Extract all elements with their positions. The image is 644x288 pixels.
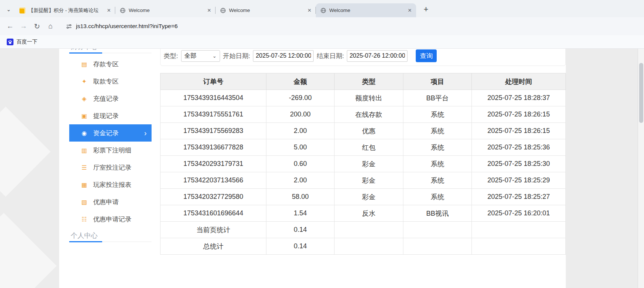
sidebar-item[interactable]: ▥彩票下注明细 (69, 142, 152, 159)
table-cell: 彩金 (335, 156, 403, 172)
baidu-icon (7, 39, 13, 45)
table-header-cell: 订单号 (161, 73, 266, 90)
table-cell: 系统 (403, 106, 472, 123)
end-date-label: 结束日期: (317, 52, 344, 60)
address-bar[interactable]: js13.cc/hhcp/usercenter.html?iniType=6 (61, 19, 640, 33)
deposit-icon: ▤ (80, 61, 88, 68)
sidebar-item-label: 玩家投注报表 (93, 181, 131, 189)
table-cell: 额度转出 (335, 90, 403, 106)
sidebar-section-personal: 个人中心 (69, 229, 152, 242)
table-cell: 200.00 (266, 106, 335, 123)
browser-tab[interactable]: Welcome× (216, 3, 316, 17)
sidebar-item[interactable]: ◉资金记录› (69, 124, 152, 142)
tab-title: 【新提醒】积分 - 海燕策略论坛 (28, 7, 103, 14)
table-body: 1753439316443504-269.00额度转出BB平台2025-07-2… (161, 90, 566, 255)
sidebar-menu: ▤存款专区✦取款专区◈充值记录▣提现记录◉资金记录›▥彩票下注明细☰厅室投注记录… (69, 55, 152, 228)
sidebar-item[interactable]: ▧优惠申请 (69, 193, 152, 210)
end-date-input[interactable] (347, 50, 408, 62)
sidebar-item-label: 存款专区 (93, 60, 119, 69)
search-button[interactable]: 查询 (416, 49, 437, 62)
withdraw-icon: ✦ (80, 78, 88, 85)
type-select[interactable]: 全部 ⌄ (181, 50, 220, 62)
close-icon[interactable]: × (206, 7, 213, 13)
sidebar-item[interactable]: ▣提现记录 (69, 107, 152, 124)
site-info-icon[interactable] (66, 23, 72, 30)
table-cell: 1753422037134566 (161, 172, 266, 189)
refresh-icon[interactable]: ↻ (31, 20, 43, 33)
sidebar-item[interactable]: ☷优惠申请记录 (69, 210, 152, 228)
home-icon[interactable]: ⌂ (44, 20, 57, 33)
table-cell: 2025-07-25 18:26:15 (472, 106, 566, 123)
sidebar-item[interactable]: ☰厅室投注记录 (69, 159, 152, 176)
sidebar-item[interactable]: ✦取款专区 (69, 73, 152, 90)
table-cell: 5.00 (266, 139, 335, 156)
page-content: 财务中心 ▤存款专区✦取款专区◈充值记录▣提现记录◉资金记录›▥彩票下注明细☰厅… (0, 49, 644, 288)
table-cell: 1753439316443504 (161, 90, 266, 106)
tab-title: Welcome (129, 7, 203, 13)
table-cell: 反水 (335, 205, 403, 222)
player-report-icon: ▦ (80, 181, 88, 188)
close-icon[interactable]: × (306, 7, 313, 13)
promo-record-icon: ☷ (80, 216, 88, 223)
table-cell (403, 238, 472, 255)
sidebar: 财务中心 ▤存款专区✦取款专区◈充值记录▣提现记录◉资金记录›▥彩票下注明细☰厅… (69, 49, 152, 242)
table-row: 当前页统计0.14 (161, 222, 566, 238)
table-cell: -269.00 (266, 90, 335, 106)
table-cell: 58.00 (266, 189, 335, 205)
table-header-cell: 处理时间 (472, 73, 566, 90)
browser-tab[interactable]: 【新提醒】积分 - 海燕策略论坛× (15, 3, 115, 17)
table-cell: 2025-07-25 18:26:15 (472, 123, 566, 139)
tab-search-chevron-icon[interactable]: ⌄ (4, 4, 13, 14)
browser-tab[interactable]: Welcome× (115, 3, 216, 17)
new-tab-button[interactable]: + (421, 4, 431, 14)
sidebar-section-finance: 财务中心 (69, 49, 152, 53)
table-header-row: 订单号金额类型项目处理时间 (161, 73, 566, 90)
scrollbar[interactable] (638, 49, 644, 288)
hall-bets-icon: ☰ (80, 164, 88, 171)
table-cell: 系统 (403, 172, 472, 189)
sidebar-item[interactable]: ▤存款专区 (69, 55, 152, 73)
table-cell: 优惠 (335, 123, 403, 139)
tab-title: Welcome (229, 7, 303, 13)
close-icon[interactable]: × (106, 7, 112, 13)
table-cell: 1753439175551761 (161, 106, 266, 123)
sidebar-item[interactable]: ◈充值记录 (69, 90, 152, 107)
table-cell: 2.00 (266, 172, 335, 189)
table-cell: 0.14 (266, 222, 335, 238)
table-cell: 彩金 (335, 189, 403, 205)
page-right-background (566, 49, 638, 288)
table-header-cell: 金额 (266, 73, 335, 90)
table-cell (403, 222, 472, 238)
scrollbar-thumb[interactable] (639, 63, 643, 123)
table-cell: 1753439136677828 (161, 139, 266, 156)
funds-record-table: 订单号金额类型项目处理时间 1753439316443504-269.00额度转… (160, 73, 566, 255)
url-text[interactable]: js13.cc/hhcp/usercenter.html?iniType=6 (76, 23, 178, 30)
back-icon[interactable]: ← (4, 20, 16, 33)
forward-icon[interactable]: → (17, 20, 30, 33)
tab-strip: ⌄ 【新提醒】积分 - 海燕策略论坛×Welcome×Welcome×Welco… (0, 0, 644, 17)
table-cell: 2025-07-25 18:25:36 (472, 139, 566, 156)
table-cell: 2.00 (266, 123, 335, 139)
table-row: 1753439316443504-269.00额度转出BB平台2025-07-2… (161, 90, 566, 106)
type-select-value: 全部 (184, 52, 196, 60)
sidebar-item[interactable]: ▦玩家投注报表 (69, 176, 152, 193)
globe-icon (320, 7, 326, 13)
chevron-down-icon: ⌄ (213, 53, 217, 59)
table-cell: 1753420327729580 (161, 189, 266, 205)
page-icon (19, 7, 25, 13)
table-cell: 系统 (403, 156, 472, 172)
browser-toolbar: ← → ↻ ⌂ js13.cc/hhcp/usercenter.html?ini… (0, 17, 644, 35)
chevron-right-icon: › (144, 129, 147, 137)
bookmark-baidu[interactable]: 百度一下 (4, 37, 40, 47)
table-row: 17534316016966441.54反水BB视讯2025-07-25 16:… (161, 205, 566, 222)
browser-tab[interactable]: Welcome× (316, 3, 416, 17)
table-cell: 2025-07-25 18:25:29 (472, 172, 566, 189)
table-cell: 1753431601696644 (161, 205, 266, 222)
start-date-input[interactable] (253, 50, 314, 62)
table-cell (335, 222, 403, 238)
table-cell: 系统 (403, 139, 472, 156)
table-row: 17534391755692832.00优惠系统2025-07-25 18:26… (161, 123, 566, 139)
bookmarks-bar: 百度一下 (0, 35, 644, 49)
table-header-cell: 项目 (403, 73, 472, 90)
close-icon[interactable]: × (406, 7, 413, 13)
